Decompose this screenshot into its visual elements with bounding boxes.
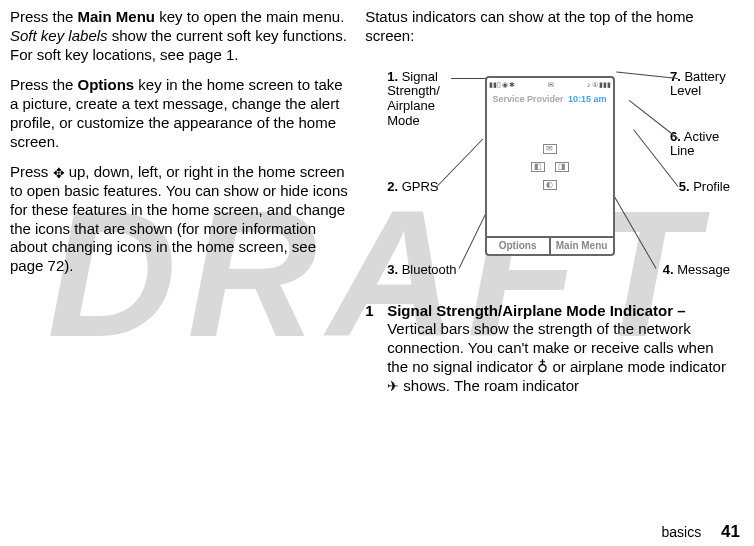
text: Press bbox=[10, 163, 53, 180]
def-title: Signal Strength/Airplane Mode Indicator … bbox=[387, 302, 685, 319]
text: Press the bbox=[10, 76, 78, 93]
text: Press the bbox=[10, 8, 78, 25]
softkey-left: Options bbox=[487, 238, 551, 254]
phone-diagram: 1. Signal Strength/ Airplane Mode 2. GPR… bbox=[365, 58, 734, 288]
feature-icon: ◨ bbox=[555, 162, 569, 172]
callout-num: 4. bbox=[663, 262, 674, 277]
callout-label: Message bbox=[677, 262, 730, 277]
text: key to open the main menu. bbox=[155, 8, 344, 25]
gprs-icon: ◉ bbox=[502, 81, 508, 89]
callout-label: GPRS bbox=[402, 179, 439, 194]
left-column: Press the Main Menu key to open the main… bbox=[2, 8, 357, 546]
callout-bluetooth: 3. Bluetooth bbox=[387, 263, 456, 278]
options-key-label: Options bbox=[78, 76, 135, 93]
envelope-icon: ✉ bbox=[543, 144, 557, 154]
callout-label: Bluetooth bbox=[402, 262, 457, 277]
text: shows. The roam indicator bbox=[399, 377, 579, 394]
callout-battery: 7. Battery Level bbox=[670, 70, 730, 100]
service-provider-label: Service Provider bbox=[493, 94, 564, 104]
callout-num: 5. bbox=[679, 179, 690, 194]
callout-profile: 5. Profile bbox=[679, 180, 730, 195]
soft-key-labels-term: Soft key labels bbox=[10, 27, 108, 44]
text: or airplane mode indicator bbox=[548, 358, 726, 375]
softkey-right: Main Menu bbox=[551, 238, 613, 254]
leader-line bbox=[616, 71, 678, 78]
callout-num: 1. bbox=[387, 69, 398, 84]
bluetooth-icon: ✱ bbox=[509, 81, 515, 89]
callout-label: Profile bbox=[693, 179, 730, 194]
status-left-icons: ▮▮▯ ◉ ✱ bbox=[489, 81, 515, 89]
page-content: Press the Main Menu key to open the main… bbox=[0, 0, 754, 546]
callout-gprs: 2. GPRS bbox=[387, 180, 438, 195]
definition-1: 1 Signal Strength/Airplane Mode Indicato… bbox=[365, 302, 734, 396]
callout-num: 2. bbox=[387, 179, 398, 194]
browser-icon: ◐ bbox=[543, 180, 557, 190]
profile-icon: ♪ bbox=[587, 81, 591, 89]
callout-message: 4. Message bbox=[663, 263, 730, 278]
feature-icon: ◧ bbox=[531, 162, 545, 172]
para-nav-key: Press up, down, left, or right in the ho… bbox=[10, 163, 349, 276]
clock-label: 10:15 am bbox=[568, 94, 607, 104]
para-main-menu: Press the Main Menu key to open the main… bbox=[10, 8, 349, 64]
line-icon: ① bbox=[592, 81, 598, 89]
airplane-icon bbox=[387, 377, 399, 394]
status-mid-icons: ✉ bbox=[548, 81, 554, 89]
nav-key-icon bbox=[53, 164, 65, 176]
status-right-icons: ♪ ① ▮▮▮ bbox=[587, 81, 611, 89]
status-intro: Status indicators can show at the top of… bbox=[365, 8, 734, 46]
no-signal-icon: ♁ bbox=[537, 359, 548, 375]
def-body: Signal Strength/Airplane Mode Indicator … bbox=[387, 302, 734, 396]
callout-active-line: 6. Active Line bbox=[670, 130, 730, 160]
def-number: 1 bbox=[365, 302, 387, 396]
phone-body: Service Provider 10:15 am ✉ ◧◨ ◐ bbox=[487, 92, 613, 236]
phone-status-bar: ▮▮▯ ◉ ✱ ✉ ♪ ① ▮▮▮ bbox=[487, 78, 613, 92]
para-options-key: Press the Options key in the home screen… bbox=[10, 76, 349, 151]
battery-icon: ▮▮▮ bbox=[599, 81, 611, 89]
leader-line bbox=[437, 138, 484, 186]
softkey-bar: Options Main Menu bbox=[487, 236, 613, 254]
callout-num: 3. bbox=[387, 262, 398, 277]
phone-screen: ▮▮▯ ◉ ✱ ✉ ♪ ① ▮▮▮ Service Provider bbox=[485, 76, 615, 256]
message-status-icon: ✉ bbox=[548, 81, 554, 89]
callout-num: 7. bbox=[670, 69, 681, 84]
main-menu-key-label: Main Menu bbox=[78, 8, 156, 25]
right-column: Status indicators can show at the top of… bbox=[357, 8, 742, 546]
signal-icon: ▮▮▯ bbox=[489, 81, 501, 89]
